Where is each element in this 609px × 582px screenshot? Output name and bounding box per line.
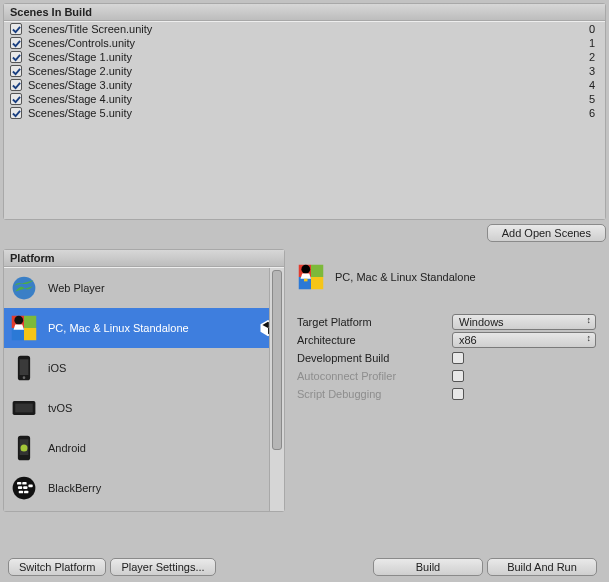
scene-index: 0	[589, 23, 599, 35]
scene-index: 5	[589, 93, 599, 105]
platform-label: iOS	[48, 362, 278, 374]
platform-row[interactable]: tvOS	[4, 388, 284, 428]
scene-checkbox[interactable]	[10, 23, 22, 35]
svg-rect-29	[311, 265, 323, 277]
globe-icon	[10, 274, 38, 302]
target-platform-dropdown[interactable]: Windows	[452, 314, 596, 330]
scene-name: Scenes/Stage 5.unity	[28, 107, 589, 119]
platform-row[interactable]: Android	[4, 428, 284, 468]
development-build-label: Development Build	[297, 352, 452, 364]
scene-name: Scenes/Stage 2.unity	[28, 65, 589, 77]
scene-checkbox[interactable]	[10, 51, 22, 63]
svg-rect-1	[12, 328, 24, 340]
svg-rect-30	[311, 277, 323, 289]
scenes-in-build-panel: Scenes In Build Scenes/Title Screen.unit…	[3, 3, 606, 220]
svg-point-5	[14, 316, 23, 325]
scenes-list: Scenes/Title Screen.unity 0 Scenes/Contr…	[4, 21, 605, 219]
platform-row[interactable]: BlackBerry	[4, 468, 284, 508]
scene-index: 4	[589, 79, 599, 91]
scene-name: Scenes/Stage 3.unity	[28, 79, 589, 91]
scene-index: 2	[589, 51, 599, 63]
svg-rect-23	[23, 486, 27, 489]
scene-name: Scenes/Stage 1.unity	[28, 51, 589, 63]
switch-platform-button[interactable]: Switch Platform	[8, 558, 106, 576]
scene-checkbox[interactable]	[10, 107, 22, 119]
svg-rect-11	[20, 359, 29, 375]
platform-label: tvOS	[48, 402, 278, 414]
scene-index: 6	[589, 107, 599, 119]
blackberry-icon	[10, 474, 38, 502]
scene-name: Scenes/Controls.unity	[28, 37, 589, 49]
svg-point-31	[301, 265, 310, 274]
build-button[interactable]: Build	[373, 558, 483, 576]
scene-index: 3	[589, 65, 599, 77]
platform-label: Web Player	[48, 282, 278, 294]
platform-label: PC, Mac & Linux Standalone	[48, 322, 248, 334]
svg-rect-22	[18, 486, 22, 489]
scene-name: Scenes/Stage 4.unity	[28, 93, 589, 105]
platform-list[interactable]: Web Player PC, Mac & Linux Standalone iO…	[4, 267, 284, 511]
platform-label: Android	[48, 442, 278, 454]
platform-row[interactable]: Tizen	[4, 508, 284, 511]
platform-panel-header: Platform	[4, 250, 284, 267]
svg-rect-3	[24, 316, 36, 328]
architecture-dropdown[interactable]: x86	[452, 332, 596, 348]
svg-rect-14	[15, 404, 33, 413]
scene-checkbox[interactable]	[10, 37, 22, 49]
scene-checkbox[interactable]	[10, 79, 22, 91]
svg-rect-4	[24, 328, 36, 340]
footer: Switch Platform Player Settings... Build…	[0, 552, 609, 582]
platform-details: PC, Mac & Linux Standalone Target Platfo…	[291, 249, 606, 512]
development-build-checkbox[interactable]	[452, 352, 464, 364]
android-icon	[10, 434, 38, 462]
build-and-run-button[interactable]: Build And Run	[487, 558, 597, 576]
scrollbar-thumb[interactable]	[272, 270, 282, 450]
svg-rect-18	[21, 446, 26, 450]
scene-row[interactable]: Scenes/Stage 1.unity 2	[4, 50, 605, 64]
scene-index: 1	[589, 37, 599, 49]
scene-row[interactable]: Scenes/Stage 5.unity 6	[4, 106, 605, 120]
platform-row[interactable]: iOS	[4, 348, 284, 388]
scene-row[interactable]: Scenes/Stage 4.unity 5	[4, 92, 605, 106]
platform-row[interactable]: PC, Mac & Linux Standalone	[4, 308, 284, 348]
add-open-scenes-button[interactable]: Add Open Scenes	[487, 224, 606, 242]
scene-checkbox[interactable]	[10, 65, 22, 77]
scene-row[interactable]: Scenes/Controls.unity 1	[4, 36, 605, 50]
svg-rect-21	[22, 482, 26, 485]
details-title: PC, Mac & Linux Standalone	[335, 271, 476, 283]
svg-rect-20	[17, 482, 21, 485]
platform-row[interactable]: Web Player	[4, 268, 284, 308]
script-debugging-checkbox	[452, 388, 464, 400]
svg-rect-26	[24, 491, 28, 494]
autoconnect-profiler-label: Autoconnect Profiler	[297, 370, 452, 382]
platform-panel: Platform Web Player PC, Mac & Linux Stan…	[3, 249, 285, 512]
standalone-icon	[10, 314, 38, 342]
svg-point-12	[23, 376, 26, 379]
script-debugging-label: Script Debugging	[297, 388, 452, 400]
appletv-icon	[10, 394, 38, 422]
iphone-icon	[10, 354, 38, 382]
scene-row[interactable]: Scenes/Stage 2.unity 3	[4, 64, 605, 78]
scene-row[interactable]: Scenes/Stage 3.unity 4	[4, 78, 605, 92]
scrollbar[interactable]	[269, 268, 284, 511]
architecture-label: Architecture	[297, 334, 452, 346]
scene-name: Scenes/Title Screen.unity	[28, 23, 589, 35]
svg-rect-24	[28, 485, 32, 488]
standalone-icon	[297, 263, 325, 291]
scenes-panel-header: Scenes In Build	[4, 4, 605, 21]
player-settings-button[interactable]: Player Settings...	[110, 558, 215, 576]
svg-rect-25	[19, 491, 23, 494]
platform-label: BlackBerry	[48, 482, 278, 494]
scene-checkbox[interactable]	[10, 93, 22, 105]
autoconnect-profiler-checkbox	[452, 370, 464, 382]
scene-row[interactable]: Scenes/Title Screen.unity 0	[4, 22, 605, 36]
target-platform-label: Target Platform	[297, 316, 452, 328]
